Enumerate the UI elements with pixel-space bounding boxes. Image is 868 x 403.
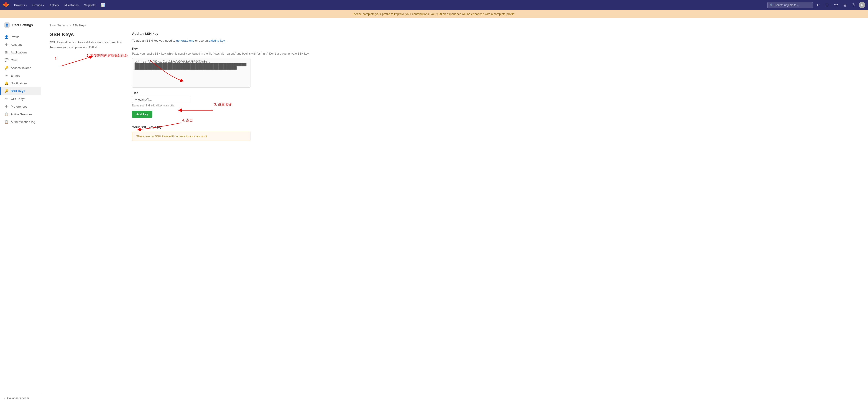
page-title: SSH Keys xyxy=(50,32,123,37)
sidebar-item-active-sessions[interactable]: 📋 Active Sessions xyxy=(0,110,41,118)
add-ssh-intro: To add an SSH key you need to generate o… xyxy=(132,38,859,43)
sidebar-item-applications[interactable]: ⊞ Applications xyxy=(0,48,41,56)
sidebar-item-label: Profile xyxy=(11,35,19,39)
left-panel: SSH Keys SSH keys allow you to establish… xyxy=(50,32,123,141)
title-input[interactable] xyxy=(132,96,191,103)
search-icon: 🔍 xyxy=(770,3,774,7)
sidebar-item-label: Preferences xyxy=(11,105,27,108)
sidebar-item-label: Active Sessions xyxy=(11,112,32,116)
account-icon: ⚙ xyxy=(4,43,8,46)
content-grid: SSH Keys SSH keys allow you to establish… xyxy=(50,32,859,141)
sidebar-item-ssh-keys[interactable]: 🔑 SSH Keys xyxy=(0,87,41,95)
ssh-keys-section: Your SSH keys (0) There are no SSH keys … xyxy=(132,125,859,141)
sidebar-item-access-tokens[interactable]: 🔑 Access Tokens xyxy=(0,64,41,72)
projects-chevron: ▾ xyxy=(26,4,27,6)
title-hint: Name your individual key via a title xyxy=(132,104,859,107)
add-ssh-title: Add an SSH key xyxy=(132,32,859,35)
emails-icon: ✉ xyxy=(4,74,8,77)
ssh-keys-icon: 🔑 xyxy=(4,89,8,93)
nav-groups[interactable]: Groups ▾ xyxy=(30,2,46,8)
sidebar-item-label: Emails xyxy=(11,74,20,77)
sidebar-item-label: GPG Keys xyxy=(11,97,25,101)
nav-snippets[interactable]: Snippets xyxy=(82,2,98,8)
sidebar-item-auth-log[interactable]: 📋 Authentication log xyxy=(0,118,41,126)
sidebar-item-label: Notifications xyxy=(11,82,28,85)
chat-icon: 💬 xyxy=(4,58,8,62)
key-label: Key xyxy=(132,47,859,50)
nav-projects[interactable]: Projects ▾ xyxy=(12,2,29,8)
nav-milestones[interactable]: Milestones xyxy=(62,2,81,8)
collapse-chevron-icon: « xyxy=(4,396,5,400)
sidebar-title: User Settings xyxy=(12,23,33,27)
sidebar-item-notifications[interactable]: 🔔 Notifications xyxy=(0,79,41,87)
user-settings-icon: 👤 xyxy=(4,22,10,28)
key-textarea[interactable]: ssh-rsa AAAAB3NzaC1yc2EAAAADAQABAAABAQC7… xyxy=(132,58,250,88)
gpg-keys-icon: ✏ xyxy=(4,97,8,101)
search-bar[interactable]: 🔍 Search or jump to... xyxy=(767,2,813,8)
sidebar-item-label: Chat xyxy=(11,59,17,62)
preferences-icon: ⚙ xyxy=(4,105,8,108)
nav-activity[interactable]: Activity xyxy=(48,2,61,8)
page-description: SSH keys allow you to establish a secure… xyxy=(50,40,123,49)
existing-key-link[interactable]: existing key xyxy=(209,39,225,42)
sidebar-item-label: Access Tokens xyxy=(11,66,31,70)
merge-requests-icon[interactable]: ⌥ xyxy=(832,2,840,9)
notifications-icon: 🔔 xyxy=(4,81,8,85)
sidebar-toggle-icon[interactable]: ☰ xyxy=(824,2,830,9)
applications-icon: ⊞ xyxy=(4,51,8,54)
access-tokens-icon: 🔑 xyxy=(4,66,8,70)
issues-icon[interactable]: ◎ xyxy=(842,2,848,9)
user-avatar[interactable]: U xyxy=(859,2,865,8)
collapse-label: Collapse sidebar xyxy=(7,396,29,400)
sidebar-item-label: Authentication log xyxy=(11,120,35,124)
sidebar-item-label: Account xyxy=(11,43,22,46)
sidebar-item-profile[interactable]: 👤 Profile xyxy=(0,33,41,41)
title-label: Title xyxy=(132,91,859,95)
your-ssh-keys-title: Your SSH keys (0) xyxy=(132,125,859,129)
sidebar-item-preferences[interactable]: ⚙ Preferences xyxy=(0,103,41,110)
generate-one-link[interactable]: generate one xyxy=(176,39,194,42)
sidebar-item-label: SSH Keys xyxy=(11,89,25,93)
auth-log-icon: 📋 xyxy=(4,120,8,124)
alert-banner: Please complete your profile to improve … xyxy=(0,10,868,18)
breadcrumb-current: SSH Keys xyxy=(72,24,86,27)
sidebar-nav: 👤 Profile ⚙ Account ⊞ Applications 💬 Cha… xyxy=(0,31,41,393)
navbar-right: 🔍 Search or jump to... + ▾ ☰ ⌥ ◎ ? ▾ U xyxy=(767,2,865,9)
help-icon[interactable]: ? ▾ xyxy=(850,2,857,8)
collapse-sidebar-button[interactable]: « Collapse sidebar xyxy=(0,393,41,403)
sidebar-item-label: Applications xyxy=(11,51,27,54)
right-panel: Add an SSH key To add an SSH key you nee… xyxy=(132,32,859,141)
sidebar-header: 👤 User Settings xyxy=(0,18,41,31)
layout: 👤 User Settings 👤 Profile ⚙ Account ⊞ Ap… xyxy=(0,18,868,403)
key-form-section: Key Paste your public SSH key, which is … xyxy=(132,47,859,88)
sidebar-item-emails[interactable]: ✉ Emails xyxy=(0,72,41,79)
nav-chart-icon[interactable]: 📊 xyxy=(99,2,107,9)
title-form-section: Title Name your individual key via a tit… xyxy=(132,91,859,107)
navbar-links: Projects ▾ Groups ▾ Activity Milestones … xyxy=(12,2,767,9)
active-sessions-icon: 📋 xyxy=(4,112,8,116)
sidebar-item-chat[interactable]: 💬 Chat xyxy=(0,56,41,64)
profile-icon: 👤 xyxy=(4,35,8,39)
main-content: User Settings > SSH Keys SSH Keys SSH ke… xyxy=(41,18,868,403)
no-ssh-keys-message: There are no SSH keys with access to you… xyxy=(132,132,250,141)
breadcrumb-separator: > xyxy=(69,24,71,27)
gitlab-logo[interactable] xyxy=(3,2,9,8)
groups-chevron: ▾ xyxy=(43,4,44,6)
create-new-button[interactable]: + ▾ xyxy=(815,2,822,8)
sidebar-item-account[interactable]: ⚙ Account xyxy=(0,41,41,48)
breadcrumb: User Settings > SSH Keys xyxy=(50,24,859,27)
add-key-button[interactable]: Add key xyxy=(132,111,152,118)
sidebar: 👤 User Settings 👤 Profile ⚙ Account ⊞ Ap… xyxy=(0,18,41,403)
key-hint: Paste your public SSH key, which is usua… xyxy=(132,52,859,56)
sidebar-item-gpg-keys[interactable]: ✏ GPG Keys xyxy=(0,95,41,103)
navbar: Projects ▾ Groups ▾ Activity Milestones … xyxy=(0,0,868,10)
breadcrumb-parent[interactable]: User Settings xyxy=(50,24,68,27)
